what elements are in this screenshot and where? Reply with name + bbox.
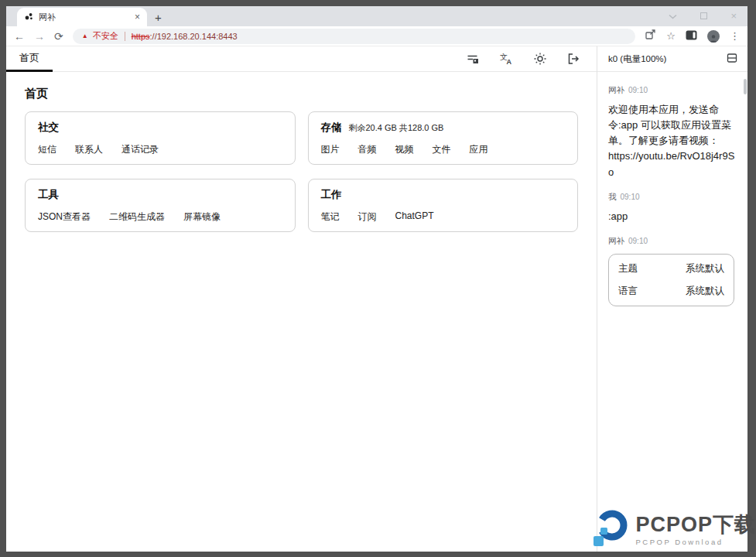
card-title-text: 工具 xyxy=(38,188,59,202)
contacts-link[interactable]: 联系人 xyxy=(75,143,103,156)
logout-icon[interactable] xyxy=(567,53,580,65)
audio-link[interactable]: 音频 xyxy=(358,143,377,156)
sms-link[interactable]: 短信 xyxy=(38,143,56,156)
card-items: 笔记 订阅 ChatGPT xyxy=(321,210,566,224)
card-title-text: 社交 xyxy=(38,121,59,135)
setting-label: 主题 xyxy=(618,262,638,275)
card-items: 短信 联系人 通话记录 xyxy=(38,143,282,156)
watermark-text: PCPOP下载 PCPOP Download xyxy=(635,514,756,546)
app-settings-card: 主题 系统默认 语言 系统默认 xyxy=(608,254,734,306)
card-title-text: 存储 xyxy=(321,121,342,135)
browser-toolbar: ← → ⟳ ▲ 不安全 https://192.168.20.144:8443 … xyxy=(6,26,747,46)
setting-language-row[interactable]: 语言 系统默认 xyxy=(609,280,734,302)
profile-avatar[interactable] xyxy=(707,30,720,43)
address-bar[interactable]: ▲ 不安全 https://192.168.20.144:8443 xyxy=(73,29,636,44)
watermark-subtitle: PCPOP Download xyxy=(635,538,756,546)
main-area: 首页 文A xyxy=(6,46,597,552)
message-sender: 网补 xyxy=(608,236,624,247)
card-items: 图片 音频 视频 文件 应用 xyxy=(321,143,566,156)
maximize-icon[interactable] xyxy=(700,12,707,19)
device-status-label: k0 (电量100%) xyxy=(608,53,666,65)
toolbar-icons: ☆ ⋮ xyxy=(645,29,740,43)
refresh-icon[interactable]: ⟳ xyxy=(54,31,63,42)
browser-menu-icon[interactable]: ⋮ xyxy=(730,31,740,41)
screenshot-frame: 网补 × + × ← → ⟳ ▲ 不安全 https://192.168.20.… xyxy=(0,0,756,557)
share-icon[interactable] xyxy=(645,29,656,43)
message-sender: 我 xyxy=(608,192,617,203)
card-storage: 存储 剩余20.4 GB 共128.0 GB 图片 音频 视频 文件 应用 xyxy=(308,111,579,165)
images-link[interactable]: 图片 xyxy=(321,143,340,156)
address-divider xyxy=(125,32,125,41)
tasks-icon[interactable] xyxy=(467,53,479,65)
tab-title: 网补 xyxy=(39,12,129,23)
video-link[interactable]: 视频 xyxy=(395,143,414,156)
svg-text:A: A xyxy=(507,58,512,65)
translate-icon[interactable]: 文A xyxy=(500,53,513,65)
new-tab-button[interactable]: + xyxy=(155,12,162,23)
window-close-icon[interactable]: × xyxy=(730,11,737,21)
minimize-icon[interactable] xyxy=(669,9,677,22)
chat-messages: 网补 09:10 欢迎使用本应用，发送命令:app 可以获取应用设置菜单。了解更… xyxy=(597,72,747,552)
favicon-icon xyxy=(24,10,33,24)
app-body: 首页 文A xyxy=(6,46,747,552)
app-header: 首页 文A xyxy=(6,46,597,72)
chat-panel: k0 (电量100%) 网补 09:10 欢迎使用本应用，发送命令:app 可以… xyxy=(597,46,747,552)
card-title-text: 工作 xyxy=(321,188,342,202)
chat-message: 我 09:10 :app xyxy=(608,192,737,224)
chatgpt-link[interactable]: ChatGPT xyxy=(395,210,434,224)
message-sender: 网补 xyxy=(608,85,624,96)
setting-label: 语言 xyxy=(618,285,638,298)
browser-window: 网补 × + × ← → ⟳ ▲ 不安全 https://192.168.20.… xyxy=(6,6,747,552)
message-meta: 网补 09:10 xyxy=(608,85,737,96)
pcpop-logo-icon xyxy=(591,507,633,552)
card-title: 工作 xyxy=(321,188,566,202)
json-viewer-link[interactable]: JSON查看器 xyxy=(38,210,91,224)
storage-usage-text: 剩余20.4 GB 共128.0 GB xyxy=(349,122,444,134)
message-time: 09:10 xyxy=(621,193,640,201)
message-time: 09:10 xyxy=(628,86,648,94)
tab-home[interactable]: 首页 xyxy=(6,46,53,72)
security-label[interactable]: 不安全 xyxy=(93,30,118,42)
panel-scrollbar[interactable] xyxy=(744,79,747,94)
card-social: 社交 短信 联系人 通话记录 xyxy=(25,111,296,165)
window-controls: × xyxy=(669,9,737,22)
chat-message: 网补 09:10 欢迎使用本应用，发送命令:app 可以获取应用设置菜单。了解更… xyxy=(608,85,737,180)
setting-value: 系统默认 xyxy=(686,285,724,298)
chat-message: 网补 09:10 主题 系统默认 语言 系统默认 xyxy=(608,236,737,306)
card-tools: 工具 JSON查看器 二维码生成器 屏幕镜像 xyxy=(25,179,296,232)
card-title: 工具 xyxy=(38,188,282,202)
forward-icon[interactable]: → xyxy=(34,31,45,42)
message-text: 欢迎使用本应用，发送命令:app 可以获取应用设置菜单。了解更多请看视频：htt… xyxy=(608,102,737,180)
tab-strip: 网补 × + × xyxy=(6,6,747,26)
page-title: 首页 xyxy=(25,87,597,101)
message-text: :app xyxy=(608,209,737,224)
screen-mirror-link[interactable]: 屏幕镜像 xyxy=(183,210,221,224)
url-scheme: https xyxy=(132,32,150,41)
message-meta: 网补 09:10 xyxy=(608,236,737,247)
card-title: 社交 xyxy=(38,121,282,135)
url-text: https://192.168.20.144:8443 xyxy=(132,32,238,41)
browser-tab[interactable]: 网补 × xyxy=(17,8,147,26)
message-meta: 我 09:10 xyxy=(608,192,737,203)
header-icons: 文A xyxy=(467,53,580,65)
files-link[interactable]: 文件 xyxy=(433,143,451,156)
side-panel-icon[interactable] xyxy=(686,29,697,43)
page-content: 首页 社交 短信 联系人 通话记录 xyxy=(6,72,597,552)
call-log-link[interactable]: 通话记录 xyxy=(121,143,159,156)
back-icon[interactable]: ← xyxy=(14,31,25,42)
notes-link[interactable]: 笔记 xyxy=(321,210,340,224)
qrcode-generator-link[interactable]: 二维码生成器 xyxy=(109,210,165,224)
setting-theme-row[interactable]: 主题 系统默认 xyxy=(609,258,734,280)
theme-sun-icon[interactable] xyxy=(534,53,546,65)
tab-close-icon[interactable]: × xyxy=(135,12,140,22)
watermark-title: PCPOP下载 xyxy=(635,514,756,535)
card-title: 存储 剩余20.4 GB 共128.0 GB xyxy=(321,121,566,135)
chat-panel-header: k0 (电量100%) xyxy=(597,46,747,72)
collapse-panel-icon[interactable] xyxy=(727,53,737,65)
apps-link[interactable]: 应用 xyxy=(470,143,488,156)
warning-icon: ▲ xyxy=(82,32,88,39)
subscriptions-link[interactable]: 订阅 xyxy=(358,210,377,224)
card-grid: 社交 短信 联系人 通话记录 存储 xyxy=(25,111,578,232)
bookmark-star-icon[interactable]: ☆ xyxy=(666,31,676,41)
card-items: JSON查看器 二维码生成器 屏幕镜像 xyxy=(38,210,282,224)
